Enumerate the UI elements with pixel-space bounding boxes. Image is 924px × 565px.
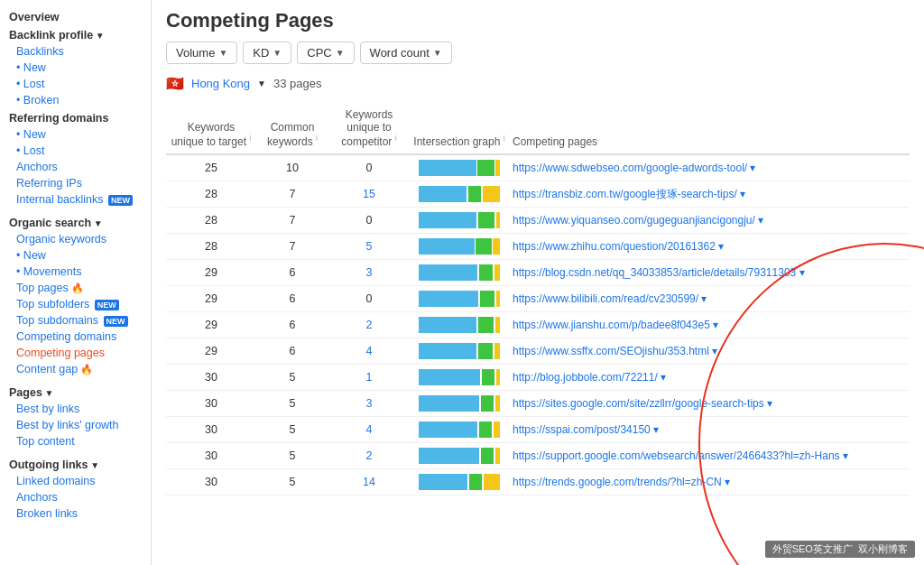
table-row: 30514https://trends.google.com/trends/?h… bbox=[166, 469, 910, 496]
competing-page-url[interactable]: https://www.sdwebseo.com/google-adwords-… bbox=[509, 154, 910, 181]
pages-count: 33 pages bbox=[273, 77, 322, 90]
sidebar-item-org-new[interactable]: New bbox=[0, 247, 151, 264]
common-keywords-cell: 7 bbox=[256, 234, 328, 260]
kd-filter[interactable]: KD ▼ bbox=[243, 42, 291, 64]
table-row: 3054https://sspai.com/post/34150 ▾ bbox=[166, 417, 910, 443]
competing-page-url[interactable]: https://trends.google.com/trends/?hl=zh-… bbox=[509, 469, 910, 496]
sidebar-outgoing-links[interactable]: Outgoing links bbox=[0, 455, 151, 473]
sidebar-item-top-subdomains[interactable]: Top subdomains NEW bbox=[0, 312, 151, 329]
table-row: 3052https://support.google.com/websearch… bbox=[166, 443, 910, 469]
table-row: 2870https://www.yiquanseo.com/gugeguanji… bbox=[166, 208, 910, 234]
kw-unique-target-cell: 30 bbox=[166, 417, 256, 443]
table-row: 3053https://sites.google.com/site/zzllrr… bbox=[166, 391, 910, 417]
competing-page-url[interactable]: http://blog.jobbole.com/72211/ ▾ bbox=[509, 365, 910, 391]
kw-unique-target-cell: 28 bbox=[166, 208, 256, 234]
common-keywords-cell: 5 bbox=[256, 443, 328, 469]
col-competing-pages: Competing pages bbox=[509, 103, 910, 154]
sidebar-item-top-pages[interactable]: Top pages bbox=[0, 280, 151, 296]
sidebar-item-competing-pages[interactable]: Competing pages bbox=[0, 345, 151, 361]
competing-page-url[interactable]: https://transbiz.com.tw/google搜琢-search-… bbox=[509, 181, 910, 208]
sidebar-item-competing-domains[interactable]: Competing domains bbox=[0, 329, 151, 345]
watermark: 外贸SEO英文推广 双小刚博客 bbox=[765, 541, 915, 558]
common-keywords-cell: 7 bbox=[256, 181, 328, 208]
kw-unique-competitor-cell: 0 bbox=[328, 208, 410, 234]
sidebar-item-linked-domains[interactable]: Linked domains bbox=[0, 473, 151, 489]
sidebar-item-ref-new[interactable]: New bbox=[0, 126, 151, 143]
sidebar-item-top-content[interactable]: Top content bbox=[0, 433, 151, 449]
intersection-graph-cell bbox=[410, 338, 509, 365]
competing-page-url[interactable]: https://www.jianshu.com/p/badee8f043e5 ▾ bbox=[509, 312, 910, 338]
sidebar-item-movements[interactable]: Movements bbox=[0, 264, 151, 280]
kw-unique-competitor-cell: 5 bbox=[328, 234, 410, 260]
common-keywords-cell: 6 bbox=[256, 286, 328, 312]
kw-unique-target-cell: 28 bbox=[166, 181, 256, 208]
kw-unique-competitor-cell: 3 bbox=[328, 391, 410, 417]
table-row: 3051http://blog.jobbole.com/72211/ ▾ bbox=[166, 365, 910, 391]
top-subfolders-badge: NEW bbox=[95, 300, 119, 310]
sidebar-item-anchors1[interactable]: Anchors bbox=[0, 159, 151, 175]
sidebar-backlink-profile[interactable]: Backlink profile bbox=[0, 25, 151, 43]
word-count-filter[interactable]: Word count ▼ bbox=[360, 42, 452, 64]
intersection-graph-cell bbox=[410, 286, 509, 312]
intersection-graph-cell bbox=[410, 469, 509, 496]
sidebar-item-top-subfolders[interactable]: Top subfolders NEW bbox=[0, 296, 151, 312]
location-row: 🇭🇰 Hong Kong ▼ 33 pages bbox=[166, 75, 910, 92]
col-intersection-graph: Intersection graph i bbox=[410, 103, 509, 154]
sidebar-item-backlinks-new[interactable]: New bbox=[0, 60, 151, 76]
intersection-graph-cell bbox=[410, 260, 509, 286]
kw-unique-competitor-cell: 0 bbox=[328, 286, 410, 312]
kw-unique-competitor-cell: 2 bbox=[328, 443, 410, 469]
kw-unique-competitor-cell: 3 bbox=[328, 260, 410, 286]
table-row: 25100https://www.sdwebseo.com/google-adw… bbox=[166, 154, 910, 181]
cpc-filter[interactable]: CPC ▼ bbox=[297, 42, 354, 64]
common-keywords-cell: 7 bbox=[256, 208, 328, 234]
sidebar-item-broken-links[interactable]: Broken links bbox=[0, 505, 151, 522]
competing-page-url[interactable]: https://blog.csdn.net/qq_34033853/articl… bbox=[509, 260, 910, 286]
competing-page-url[interactable]: https://sspai.com/post/34150 ▾ bbox=[509, 417, 910, 443]
sidebar-item-internal-backlinks[interactable]: Internal backlinks NEW bbox=[0, 191, 151, 208]
competing-page-url[interactable]: https://www.yiquanseo.com/gugeguanjianci… bbox=[509, 208, 910, 234]
sidebar-item-best-by-links-growth[interactable]: Best by links' growth bbox=[0, 417, 151, 433]
sidebar-item-organic-keywords[interactable]: Organic keywords bbox=[0, 231, 151, 247]
sidebar-overview[interactable]: Overview bbox=[0, 7, 151, 25]
kw-unique-target-cell: 25 bbox=[166, 154, 256, 181]
kw-unique-target-cell: 28 bbox=[166, 234, 256, 260]
intersection-graph-cell bbox=[410, 443, 509, 469]
sidebar-item-ref-lost[interactable]: Lost bbox=[0, 143, 151, 159]
common-keywords-cell: 6 bbox=[256, 312, 328, 338]
competing-page-url[interactable]: https://support.google.com/websearch/ans… bbox=[509, 443, 910, 469]
sidebar-item-backlinks-broken[interactable]: Broken bbox=[0, 92, 151, 108]
sidebar-item-referring-ips[interactable]: Referring IPs bbox=[0, 175, 151, 191]
table-row: 2960https://www.bilibili.com/read/cv2305… bbox=[166, 286, 910, 312]
kw-unique-target-cell: 29 bbox=[166, 260, 256, 286]
kw-unique-target-cell: 30 bbox=[166, 391, 256, 417]
competing-page-url[interactable]: https://www.bilibili.com/read/cv230599/ … bbox=[509, 286, 910, 312]
volume-filter[interactable]: Volume ▼ bbox=[166, 42, 237, 64]
kw-unique-competitor-cell: 15 bbox=[328, 181, 410, 208]
sidebar-pages-section[interactable]: Pages bbox=[0, 383, 151, 401]
sidebar-item-best-by-links[interactable]: Best by links bbox=[0, 401, 151, 417]
sidebar-organic-search[interactable]: Organic search bbox=[0, 213, 151, 231]
sidebar-item-anchors2[interactable]: Anchors bbox=[0, 489, 151, 505]
location-name[interactable]: Hong Kong bbox=[191, 77, 250, 90]
table-row: 2875https://www.zhihu.com/question/20161… bbox=[166, 234, 910, 260]
sidebar-referring-domains-section: Referring domains bbox=[0, 108, 151, 126]
competing-page-url[interactable]: https://www.ssffx.com/SEOjishu/353.html … bbox=[509, 338, 910, 365]
filters-row: Volume ▼ KD ▼ CPC ▼ Word count ▼ bbox=[166, 42, 910, 64]
intersection-graph-cell bbox=[410, 154, 509, 181]
sidebar-item-backlinks-lost[interactable]: Lost bbox=[0, 76, 151, 92]
col-common-keywords: Common keywords i bbox=[256, 103, 328, 154]
common-keywords-cell: 5 bbox=[256, 469, 328, 496]
sidebar-item-content-gap[interactable]: Content gap bbox=[0, 361, 151, 377]
competing-page-url[interactable]: https://sites.google.com/site/zzllrr/goo… bbox=[509, 391, 910, 417]
intersection-graph-cell bbox=[410, 181, 509, 208]
intersection-graph-cell bbox=[410, 234, 509, 260]
kw-unique-target-cell: 30 bbox=[166, 365, 256, 391]
common-keywords-cell: 5 bbox=[256, 391, 328, 417]
sidebar-item-backlinks[interactable]: Backlinks bbox=[0, 43, 151, 60]
kw-unique-target-cell: 29 bbox=[166, 286, 256, 312]
location-arrow-icon: ▼ bbox=[257, 79, 266, 88]
intersection-graph-cell bbox=[410, 208, 509, 234]
internal-backlinks-badge: NEW bbox=[108, 195, 133, 206]
competing-page-url[interactable]: https://www.zhihu.com/question/20161362 … bbox=[509, 234, 910, 260]
